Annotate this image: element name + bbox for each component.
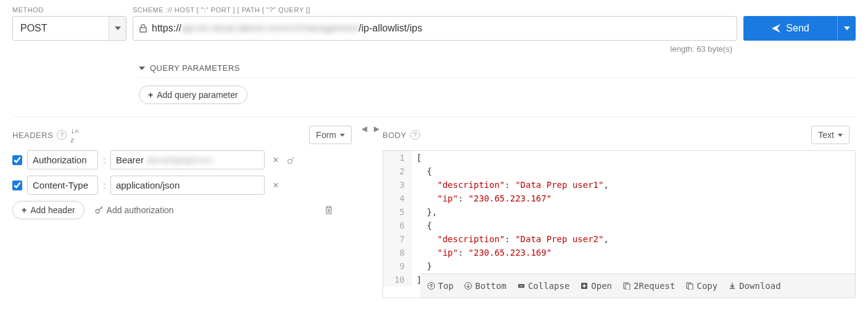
- add-query-param-button[interactable]: + Add query parameter: [139, 86, 247, 104]
- svg-rect-8: [626, 284, 630, 290]
- length-info: length: 63 byte(s): [12, 44, 856, 54]
- code-line: 3 "description": "Data Prep user1",: [383, 178, 855, 192]
- url-suffix: /ip-allowlist/ips: [358, 23, 422, 34]
- body-title: BODY: [382, 131, 407, 140]
- send-icon: [771, 23, 781, 33]
- plus-icon: +: [22, 205, 27, 215]
- open-button[interactable]: Open: [581, 279, 612, 293]
- collapse-button[interactable]: Collapse: [518, 279, 569, 293]
- header-name-input[interactable]: Content-Type: [27, 176, 98, 195]
- add-header-button[interactable]: + Add header: [12, 201, 85, 219]
- method-caret[interactable]: [109, 17, 126, 40]
- url-label: SCHEME :// HOST [ ":" PORT ] [ PATH [ "?…: [133, 6, 737, 14]
- collapse-right-icon[interactable]: ▶: [370, 117, 382, 304]
- clear-icon[interactable]: ×: [270, 155, 282, 166]
- add-header-label: Add header: [30, 205, 75, 215]
- method-select[interactable]: POST: [12, 16, 126, 41]
- header-value-input[interactable]: application/json: [110, 176, 265, 195]
- code-line: 7 "description": "Data Prep user2",: [383, 232, 855, 246]
- help-icon[interactable]: ?: [57, 130, 67, 140]
- colon: :: [103, 181, 105, 190]
- code-line: 4 "ip": "230.65.223.167": [383, 192, 855, 205]
- add-auth-label: Add authorization: [107, 205, 174, 215]
- send-spacer: [743, 6, 856, 14]
- key-icon: [94, 206, 103, 214]
- form-label: Form: [316, 130, 336, 140]
- add-authorization-button[interactable]: Add authorization: [94, 205, 174, 215]
- lock-icon: [139, 24, 147, 33]
- method-label: METHOD: [12, 6, 126, 14]
- text-label: Text: [818, 130, 834, 140]
- code-line: 2 {: [383, 164, 855, 178]
- header-value-input[interactable]: Bearer abcdefghijklmno: [110, 150, 265, 169]
- sort-icon[interactable]: ↓AZ: [70, 126, 79, 144]
- code-line: 6 {: [383, 219, 855, 232]
- url-prefix: https://: [152, 23, 181, 34]
- help-icon[interactable]: ?: [410, 130, 420, 140]
- header-row: Authorization:Bearer abcdefghijklmno×: [12, 150, 358, 169]
- clear-icon[interactable]: ×: [270, 180, 282, 191]
- method-value: POST: [13, 23, 109, 34]
- headers-title: HEADERS: [12, 131, 53, 140]
- add-query-label: Add query parameter: [157, 90, 238, 100]
- send-label: Send: [786, 23, 809, 34]
- bottom-button[interactable]: Bottom: [465, 279, 506, 293]
- url-input[interactable]: https:// api.int.cloud.talend.com/v1/man…: [133, 16, 737, 41]
- headers-view-select[interactable]: Form: [309, 126, 352, 144]
- header-row: Content-Type:application/json×: [12, 176, 358, 195]
- colon: :: [103, 155, 105, 165]
- url-blurred: api.int.cloud.talend.com/v1/management: [181, 23, 358, 34]
- send-caret[interactable]: [837, 16, 856, 41]
- copy-button[interactable]: Copy: [686, 279, 717, 293]
- code-line: 8 "ip": "230.65.223.169": [383, 246, 855, 259]
- body-editor[interactable]: 1[2 {3 "description": "Data Prep user1",…: [382, 150, 856, 298]
- header-enabled-checkbox[interactable]: [12, 155, 22, 165]
- code-line: 9 }: [383, 259, 855, 273]
- delete-headers-button[interactable]: [324, 205, 358, 215]
- to-request-button[interactable]: 2Request: [623, 279, 675, 293]
- download-button[interactable]: Download: [729, 279, 780, 293]
- header-name-input[interactable]: Authorization: [27, 150, 98, 169]
- code-line: 5 },: [383, 205, 855, 219]
- query-params-toggle[interactable]: QUERY PARAMETERS: [139, 59, 856, 78]
- magic-wand-icon[interactable]: [287, 156, 296, 164]
- svg-rect-10: [688, 284, 693, 290]
- send-button[interactable]: Send: [743, 16, 856, 41]
- body-view-select[interactable]: Text: [811, 126, 849, 144]
- plus-icon: +: [148, 90, 153, 100]
- body-toolbar: Top Bottom Collapse Open: [420, 274, 855, 298]
- top-button[interactable]: Top: [428, 279, 453, 293]
- caret-down-icon: [139, 67, 145, 70]
- header-enabled-checkbox[interactable]: [12, 181, 22, 190]
- code-line: 1[: [383, 151, 855, 164]
- svg-rect-5: [519, 286, 523, 286]
- collapse-left-icon[interactable]: ◀: [358, 117, 370, 304]
- query-title: QUERY PARAMETERS: [150, 63, 240, 73]
